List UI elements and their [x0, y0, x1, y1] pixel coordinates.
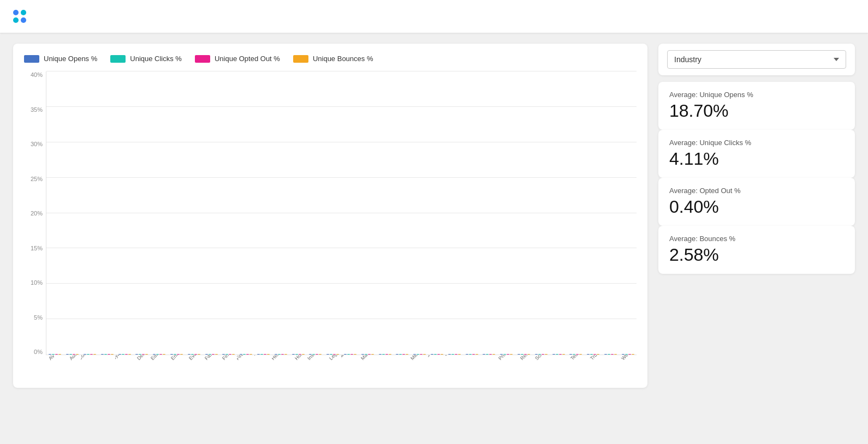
y-axis-label: 10%: [31, 279, 43, 286]
bars-wrapper: [46, 71, 637, 355]
x-axis-label: Construction: [81, 355, 98, 361]
clicks-bar: [104, 354, 107, 355]
x-axis-label: Maritime: [360, 355, 376, 361]
y-axis-label: 15%: [31, 245, 43, 251]
x-label-wrap: Manufacturing: [341, 355, 359, 377]
industry-select[interactable]: IndustryAV TechAutoConstructionConsumer …: [667, 50, 846, 69]
x-axis-label: Truck: [589, 355, 602, 361]
optout-bar: [333, 354, 336, 355]
legend-label: Unique Opens %: [44, 55, 97, 63]
clicks-bar: [87, 354, 90, 355]
bar-group: [480, 354, 498, 355]
x-label-wrap: Microwave: [411, 355, 428, 377]
x-axis-label: Manufacturing: [341, 355, 359, 361]
stat-label: Average: Unique Clicks %: [669, 139, 844, 147]
clicks-bar: [209, 354, 211, 355]
opens-bar: [344, 354, 347, 355]
bounces-bar: [632, 354, 634, 355]
optout-bar: [229, 354, 231, 355]
bar-group: [237, 354, 255, 355]
logo-dot-blue2: [21, 17, 26, 23]
opens-bar: [413, 354, 416, 355]
clicks-bar: [417, 354, 419, 355]
x-axis-label: Cybersecurity: [115, 355, 133, 361]
clicks-bar: [486, 354, 489, 355]
x-label-wrap: Print & Packaging: [480, 355, 498, 377]
x-axis-label: Hotel: [294, 355, 306, 361]
clicks-bar: [330, 354, 332, 355]
bounces-bar: [579, 354, 582, 355]
x-label-wrap: Consumer Electro...: [98, 355, 115, 377]
bounces-bar: [597, 354, 599, 355]
opens-bar: [188, 354, 191, 355]
x-label-wrap: Finance: [219, 355, 237, 377]
opens-bar: [622, 354, 625, 355]
x-label-wrap: Pro Audio: [498, 355, 515, 377]
chart-area: 0%5%10%15%20%25%30%35%40% AV TechAutoCon…: [24, 71, 637, 377]
optout-bar: [420, 354, 423, 355]
bounces-bar: [58, 354, 61, 355]
bounces-bar: [111, 354, 114, 355]
x-axis-label: Supply Chain & La...: [550, 355, 567, 361]
optout-bar: [524, 354, 527, 355]
x-axis-label: Health & Beauty: [254, 355, 272, 361]
opens-bar: [448, 354, 451, 355]
opens-bar: [361, 354, 364, 355]
bar-group: [151, 354, 168, 355]
optout-bar: [264, 354, 266, 355]
optout-bar: [142, 354, 145, 355]
x-axis-label: Tech/IT: [569, 355, 585, 361]
clicks-bar: [225, 354, 228, 355]
clicks-bar: [122, 354, 124, 355]
bar-group: [324, 354, 342, 355]
opens-bar: [431, 354, 433, 355]
x-label-wrap: Wedding: [619, 355, 637, 377]
bounces-bar: [76, 354, 79, 355]
opens-bar: [153, 354, 156, 355]
x-label-wrap: Construction: [81, 355, 98, 377]
clicks-bar: [451, 354, 454, 355]
x-axis-label: Consumer Electro...: [98, 355, 115, 361]
x-label-wrap: Energy: [168, 355, 185, 377]
x-label-wrap: Supply Chain & La...: [550, 355, 567, 377]
bar-group: [203, 354, 220, 355]
x-axis-label: Energy: [170, 355, 185, 361]
optout-bar: [212, 354, 215, 355]
main-content: Unique Opens %Unique Clicks %Unique Opte…: [0, 33, 868, 399]
optout-bar: [628, 354, 631, 355]
optout-bar: [55, 354, 58, 355]
optout-bar: [402, 354, 405, 355]
bar-group: [220, 354, 237, 355]
bar-group: [116, 354, 133, 355]
x-label-wrap: Events: [185, 355, 203, 377]
optout-bar: [73, 354, 75, 355]
optout-bar: [177, 354, 180, 355]
clicks-bar: [174, 354, 176, 355]
y-axis-label: 0%: [34, 349, 43, 355]
clicks-bar: [556, 354, 558, 355]
logo: [13, 10, 33, 23]
x-label-wrap: Maritime: [359, 355, 376, 377]
bounces-bar: [163, 354, 165, 355]
y-axis-label: 25%: [31, 176, 43, 182]
bar-group: [394, 354, 411, 355]
legend-color: [24, 55, 39, 63]
clicks-bar: [365, 354, 367, 355]
bar-group: [168, 354, 186, 355]
stat-value: 4.11%: [669, 149, 844, 169]
bounces-bar: [527, 354, 530, 355]
bar-group: [272, 354, 289, 355]
bounces-bar: [302, 354, 305, 355]
clicks-bar: [156, 354, 159, 355]
logo-dot-blue: [13, 10, 19, 15]
optout-bar: [194, 354, 197, 355]
stat-label: Average: Bounces %: [669, 235, 844, 243]
opens-bar: [275, 354, 277, 355]
x-axis-label: Science: [534, 355, 550, 361]
bar-group: [585, 354, 602, 355]
x-label-wrap: Music & Sound: [428, 355, 445, 377]
x-axis-label: Education: [150, 355, 168, 361]
opens-bar: [396, 354, 399, 355]
chart-container: Unique Opens %Unique Clicks %Unique Opte…: [13, 44, 647, 388]
x-labels: AV TechAutoConstructionConsumer Electro.…: [46, 355, 637, 377]
